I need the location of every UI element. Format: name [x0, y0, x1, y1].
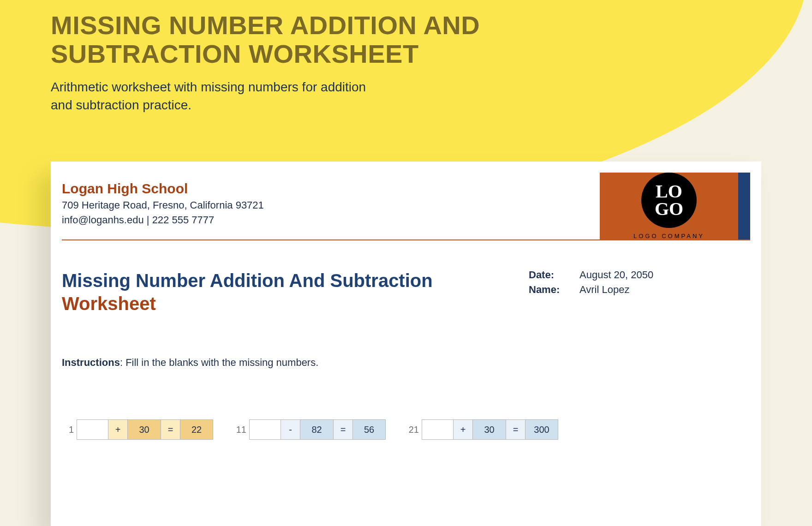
problems-row: 1+30=2211-82=5621+30=300 — [62, 419, 750, 440]
instructions: Instructions: Fill in the blanks with th… — [62, 357, 750, 369]
logo-block: LO GO LOGO COMPANY — [600, 173, 750, 239]
problem-grid: +30=300 — [422, 419, 558, 440]
problem: 1+30=22 — [62, 419, 213, 440]
page-title: MISSING NUMBER ADDITION AND SUBTRACTION … — [51, 11, 494, 68]
worksheet-title: Missing Number Addition And Subtraction … — [62, 269, 529, 315]
logo-orange-panel: LO GO LOGO COMPANY — [600, 173, 738, 239]
problem: 11-82=56 — [234, 419, 386, 440]
equals-cell: = — [161, 420, 180, 439]
school-name: Logan High School — [62, 181, 600, 197]
title-row: Missing Number Addition And Subtraction … — [62, 269, 750, 315]
meta-name-row: Name: Avril Lopez — [529, 284, 750, 296]
blank-input[interactable] — [422, 420, 454, 439]
operand-cell: 30 — [473, 420, 506, 439]
meta-block: Date: August 20, 2050 Name: Avril Lopez — [529, 269, 750, 315]
operator-cell: + — [108, 420, 128, 439]
school-contact: info@loganhs.edu | 222 555 7777 — [62, 214, 600, 226]
logo-blue-strip — [738, 173, 750, 239]
meta-name-label: Name: — [529, 284, 579, 296]
school-address: 709 Heritage Road, Fresno, California 93… — [62, 199, 600, 211]
page-subtitle: Arithmetic worksheet with missing number… — [51, 78, 374, 114]
problem-grid: +30=22 — [77, 419, 213, 440]
document-header: Logan High School 709 Heritage Road, Fre… — [62, 173, 750, 239]
operand-cell: 82 — [300, 420, 334, 439]
logo-text-top: LO — [656, 183, 682, 200]
logo-circle-icon: LO GO — [641, 173, 697, 228]
worksheet-title-accent: Worksheet — [62, 293, 156, 314]
operator-cell: - — [281, 420, 300, 439]
meta-date-row: Date: August 20, 2050 — [529, 269, 750, 281]
result-cell: 22 — [180, 420, 213, 439]
worksheet-title-main: Missing Number Addition And Subtraction — [62, 270, 433, 291]
blank-input[interactable] — [250, 420, 281, 439]
problem-index: 21 — [407, 424, 419, 435]
problem-grid: -82=56 — [249, 419, 386, 440]
meta-date-value: August 20, 2050 — [579, 269, 653, 281]
logo-company-text: LOGO COMPANY — [633, 233, 705, 239]
instructions-label: Instructions — [62, 357, 120, 368]
logo-text-bottom: GO — [655, 200, 683, 218]
document-frame: Logan High School 709 Heritage Road, Fre… — [51, 161, 761, 526]
problem-index: 1 — [62, 424, 74, 435]
equals-cell: = — [506, 420, 525, 439]
problem-index: 11 — [234, 424, 246, 435]
result-cell: 300 — [525, 420, 558, 439]
operator-cell: + — [454, 420, 473, 439]
meta-date-label: Date: — [529, 269, 579, 281]
problem: 21+30=300 — [407, 419, 558, 440]
equals-cell: = — [334, 420, 353, 439]
operand-cell: 30 — [128, 420, 161, 439]
headline-block: MISSING NUMBER ADDITION AND SUBTRACTION … — [51, 11, 494, 114]
instructions-text: : Fill in the blanks with the missing nu… — [120, 357, 318, 368]
meta-name-value: Avril Lopez — [579, 284, 629, 296]
blank-input[interactable] — [77, 420, 108, 439]
result-cell: 56 — [353, 420, 385, 439]
school-block: Logan High School 709 Heritage Road, Fre… — [62, 173, 600, 239]
divider — [62, 239, 750, 240]
